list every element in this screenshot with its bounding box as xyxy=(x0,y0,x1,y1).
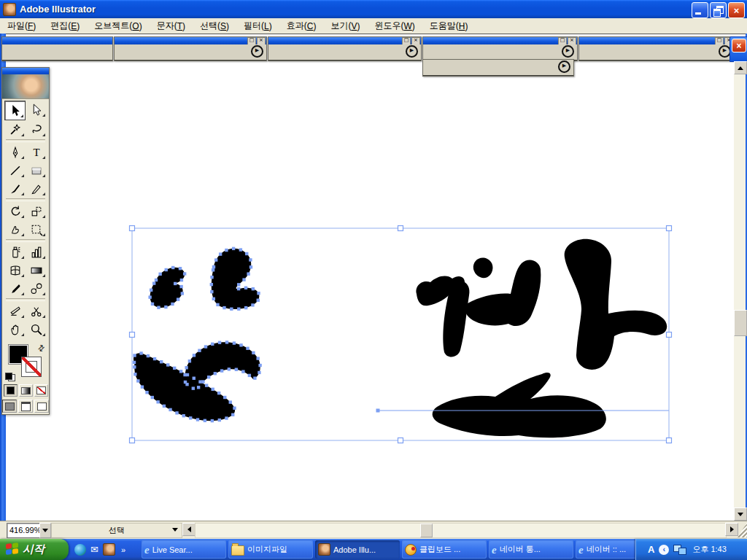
vertical-scrollbar[interactable] xyxy=(734,61,746,521)
taskbar-task-button[interactable]: e네이버 통... xyxy=(489,540,573,559)
anchor-point[interactable] xyxy=(185,366,187,369)
anchor-point[interactable] xyxy=(257,292,260,295)
symbol-sprayer-tool[interactable] xyxy=(4,243,26,261)
taskbar-task-button[interactable]: eLive Sear... xyxy=(142,540,226,559)
default-fill-stroke-icon[interactable] xyxy=(5,373,15,381)
anchor-point[interactable] xyxy=(179,267,182,270)
palette-menu-button[interactable]: ▶ xyxy=(251,45,263,58)
anchor-point[interactable] xyxy=(257,299,260,302)
palette-title-bar[interactable]: □× xyxy=(268,37,421,44)
paint-gradient-button[interactable] xyxy=(19,384,33,397)
zoom-dropdown-button[interactable] xyxy=(39,523,51,538)
palette-title-bar[interactable]: □× xyxy=(579,37,734,44)
taskbar-task-button[interactable]: 클립보드 ... xyxy=(402,540,487,559)
selection-handle[interactable] xyxy=(667,332,672,338)
scroll-down-button[interactable] xyxy=(734,508,747,521)
palette-title-bar[interactable]: □× xyxy=(115,37,266,44)
anchor-point[interactable] xyxy=(133,354,136,357)
anchor-point[interactable] xyxy=(133,361,136,364)
anchor-point[interactable] xyxy=(225,341,228,343)
anchor-point[interactable] xyxy=(252,351,255,354)
anchor-point[interactable] xyxy=(141,385,144,388)
anchor-point[interactable] xyxy=(201,380,204,383)
anchor-point[interactable] xyxy=(177,298,179,300)
anchor-point[interactable] xyxy=(216,303,219,306)
anchor-point[interactable] xyxy=(247,272,249,275)
selection-handle[interactable] xyxy=(398,438,403,443)
line-anchor-point[interactable] xyxy=(376,409,380,413)
zoom-level-field[interactable]: 416.99% xyxy=(7,523,42,538)
anchor-point[interactable] xyxy=(233,407,236,410)
line-segment-tool[interactable] xyxy=(4,161,26,179)
taskbar-task-button[interactable]: 이미지파일 xyxy=(228,540,313,559)
lasso-tool[interactable] xyxy=(26,120,47,139)
anchor-point[interactable] xyxy=(251,303,254,306)
hide-icons-chevron[interactable]: ‹ xyxy=(659,545,669,555)
close-button[interactable]: × xyxy=(728,2,745,18)
anchor-point[interactable] xyxy=(246,347,249,350)
menu-item[interactable]: 오브젝트(O) xyxy=(87,18,149,34)
anchor-point[interactable] xyxy=(204,419,206,422)
anchor-point[interactable] xyxy=(163,405,166,408)
anchor-point[interactable] xyxy=(258,371,260,374)
pencil-tool[interactable] xyxy=(26,179,47,198)
anchor-point[interactable] xyxy=(197,386,200,389)
warp-tool[interactable] xyxy=(4,220,26,238)
mesh-tool[interactable] xyxy=(4,261,26,279)
taskbar-task-button[interactable]: Adobe Illu... xyxy=(315,540,400,559)
anchor-point[interactable] xyxy=(237,283,240,286)
palette-menu-button[interactable]: ▶ xyxy=(562,45,574,58)
menu-item[interactable]: 필터(L) xyxy=(236,18,279,34)
anchor-point[interactable] xyxy=(158,273,161,276)
anchor-point[interactable] xyxy=(212,298,215,300)
anchor-point[interactable] xyxy=(164,306,167,308)
anchor-point[interactable] xyxy=(148,295,151,298)
horizontal-scrollbar[interactable] xyxy=(195,523,727,538)
outlook-express-icon[interactable]: ✉ xyxy=(90,544,98,555)
anchor-point[interactable] xyxy=(235,368,238,371)
anchor-point[interactable] xyxy=(133,365,136,368)
anchor-point[interactable] xyxy=(198,380,201,383)
quick-launch-overflow-chevron[interactable]: » xyxy=(121,545,125,554)
anchor-point[interactable] xyxy=(150,289,152,292)
blend-tool[interactable] xyxy=(26,279,47,298)
menu-item[interactable]: 파일(F) xyxy=(0,18,43,34)
anchor-point[interactable] xyxy=(185,383,188,386)
anchor-point[interactable] xyxy=(207,376,210,378)
selection-handle[interactable] xyxy=(667,438,672,443)
horizontal-scroll-thumb[interactable] xyxy=(420,524,433,537)
menu-item[interactable]: 편집(E) xyxy=(43,18,87,34)
anchor-point[interactable] xyxy=(171,266,174,269)
anchor-point[interactable] xyxy=(193,354,196,357)
anchor-point[interactable] xyxy=(205,384,208,386)
anchor-point[interactable] xyxy=(180,279,183,281)
anchor-point[interactable] xyxy=(239,248,242,251)
glyph-right-bottom-stroke[interactable] xyxy=(433,373,606,438)
anchor-point[interactable] xyxy=(189,416,192,419)
anchor-point[interactable] xyxy=(214,372,217,375)
venus-thumbnail-icon[interactable] xyxy=(103,543,115,556)
status-popup[interactable]: 선택 xyxy=(51,523,182,538)
calligraphy-top-left-large[interactable] xyxy=(212,249,260,309)
anchor-point[interactable] xyxy=(160,360,163,363)
anchor-point[interactable] xyxy=(244,306,247,309)
anchor-point[interactable] xyxy=(133,373,136,376)
anchor-point[interactable] xyxy=(179,285,182,288)
hand-tool[interactable] xyxy=(4,320,26,338)
anchor-point[interactable] xyxy=(169,408,171,411)
anchor-point[interactable] xyxy=(153,357,156,360)
anchor-point[interactable] xyxy=(175,411,178,414)
resize-grip[interactable] xyxy=(738,523,747,537)
anchor-point[interactable] xyxy=(228,368,231,370)
anchor-point[interactable] xyxy=(220,369,223,372)
anchor-point[interactable] xyxy=(219,252,222,255)
menu-item[interactable]: 문자(T) xyxy=(150,18,193,34)
network-icon[interactable] xyxy=(673,545,686,555)
glyph-right-stub[interactable] xyxy=(473,257,493,278)
eyedropper-tool[interactable] xyxy=(4,279,26,298)
paint-color-button[interactable] xyxy=(4,384,18,397)
anchor-point[interactable] xyxy=(212,265,215,268)
anchor-point[interactable] xyxy=(173,367,176,370)
free-transform-tool[interactable] xyxy=(26,220,47,238)
ime-indicator[interactable]: A xyxy=(648,544,654,555)
